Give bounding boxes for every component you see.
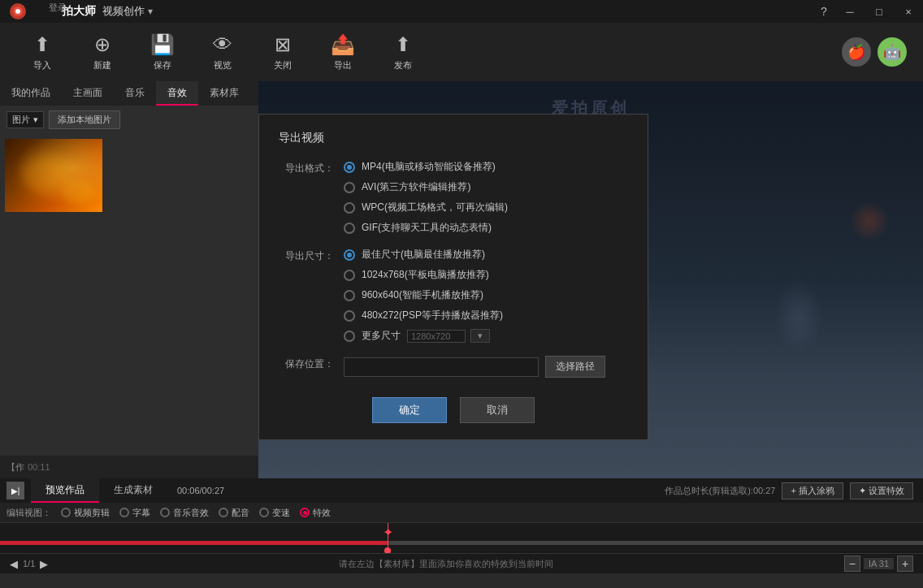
browse-button[interactable]: 选择路径 xyxy=(545,356,605,378)
radio-size-best[interactable] xyxy=(344,249,355,261)
mode-video-edit-label: 视频剪辑 xyxy=(74,507,110,519)
radio-dubbing[interactable] xyxy=(219,508,228,517)
play-button[interactable]: ▶| xyxy=(6,482,24,499)
duration-label: 作品总时长(剪辑选取):00:27 xyxy=(665,485,776,497)
work-time: 00:11 xyxy=(28,462,50,472)
tab-sound-effects[interactable]: 音效 xyxy=(156,81,198,106)
size-best-label: 最佳尺寸(电脑最佳播放推荐) xyxy=(362,248,485,262)
dropdown-arrow-icon[interactable]: ▾ xyxy=(148,6,153,17)
save-button[interactable]: 💾 保存 xyxy=(136,28,188,76)
new-icon: ⊕ xyxy=(94,33,110,56)
mode-effects[interactable]: 特效 xyxy=(300,507,331,519)
size-section: 导出尺寸： 最佳尺寸(电脑最佳播放推荐) 1024x768(平板电脑播放推荐) xyxy=(279,248,628,343)
timeline-track xyxy=(0,541,923,545)
format-wpc[interactable]: WPC(视频工场格式，可再次编辑) xyxy=(344,201,508,214)
edit-mode-label: 编辑视图： xyxy=(6,507,51,519)
export-icon: 📤 xyxy=(331,33,355,56)
size-best[interactable]: 最佳尺寸(电脑最佳播放推荐) xyxy=(344,248,503,262)
apple-platform-button[interactable]: 🍎 xyxy=(842,37,871,67)
android-platform-button[interactable]: 🤖 xyxy=(878,37,907,67)
tab-main-screen[interactable]: 主画面 xyxy=(62,81,114,106)
size-more[interactable]: 更多尺寸 ▾ xyxy=(344,329,503,343)
radio-mp4[interactable] xyxy=(344,162,355,173)
radio-avi[interactable] xyxy=(344,182,355,193)
page-prev-button[interactable]: ◀ xyxy=(10,558,18,570)
size-1024[interactable]: 1024x768(平板电脑播放推荐) xyxy=(344,268,503,282)
edit-mode-bar: 编辑视图： 视频剪辑 字幕 音乐音效 配音 变速 特效 xyxy=(0,503,923,522)
zoom-out-button[interactable]: − xyxy=(844,556,860,572)
time-display: 00:06 / 00:27 xyxy=(167,486,234,495)
radio-subtitle[interactable] xyxy=(119,508,129,517)
mode-video-edit[interactable]: 视频剪辑 xyxy=(61,507,110,519)
timeline-bar[interactable]: ✦ xyxy=(0,522,923,553)
preview-area: 爱拍原创 导出视频 导出格式： MP4(电脑或移动智能设备推荐) xyxy=(258,81,923,478)
login-link[interactable]: 登录 xyxy=(49,2,67,14)
help-button[interactable]: ? xyxy=(812,0,835,23)
radio-music[interactable] xyxy=(160,508,170,517)
type-select[interactable]: 图片 ▾ xyxy=(6,111,44,128)
tab-music[interactable]: 音乐 xyxy=(114,81,156,106)
size-dropdown-icon[interactable]: ▾ xyxy=(470,329,490,343)
tab-generate-assets[interactable]: 生成素材 xyxy=(99,478,167,503)
export-button[interactable]: 📤 导出 xyxy=(317,28,369,76)
format-avi[interactable]: AVI(第三方软件编辑推荐) xyxy=(344,180,508,194)
import-button[interactable]: ⬆ 导入 xyxy=(16,28,68,76)
toolbar-close-button[interactable]: ⊠ 关闭 xyxy=(257,28,309,76)
format-mp4[interactable]: MP4(电脑或移动智能设备推荐) xyxy=(344,160,508,174)
size-960-label: 960x640(智能手机播放推荐) xyxy=(362,288,483,302)
right-toolbar-actions: 作品总时长(剪辑选取):00:27 + 插入涂鸦 ✦ 设置特效 xyxy=(665,482,923,499)
radio-speed[interactable] xyxy=(259,508,269,517)
left-panel-content xyxy=(0,134,258,456)
radio-gif[interactable] xyxy=(344,223,355,234)
publish-label: 发布 xyxy=(394,59,412,71)
timeline-playhead[interactable] xyxy=(384,547,391,553)
format-mp4-label: MP4(电脑或移动智能设备推荐) xyxy=(362,160,496,174)
minimize-button[interactable]: ─ xyxy=(835,0,864,23)
radio-effects[interactable] xyxy=(300,508,310,517)
tab-assets[interactable]: 素材库 xyxy=(198,81,250,106)
radio-size-more[interactable] xyxy=(344,331,355,342)
radio-size-960[interactable] xyxy=(344,290,355,301)
size-480[interactable]: 480x272(PSP等手持播放器推荐) xyxy=(344,309,503,322)
left-panel-footer: 【作 00:11 xyxy=(0,456,258,478)
publish-icon: ⬆ xyxy=(395,33,411,56)
path-input[interactable] xyxy=(344,357,539,377)
set-effect-button[interactable]: ✦ 设置特效 xyxy=(850,482,913,499)
preview-label: 视览 xyxy=(214,59,232,71)
mode-effects-label: 特效 xyxy=(313,507,331,519)
zoom-in-button[interactable]: + xyxy=(897,556,913,572)
mode-music[interactable]: 音乐音效 xyxy=(160,507,209,519)
mode-speed[interactable]: 变速 xyxy=(259,507,290,519)
page-nav: ◀ 1/1 ▶ xyxy=(10,558,48,570)
format-gif[interactable]: GIF(支持聊天工具的动态表情) xyxy=(344,221,508,235)
thumbnail-item[interactable] xyxy=(5,139,102,212)
mode-dubbing[interactable]: 配音 xyxy=(219,507,249,519)
radio-wpc[interactable] xyxy=(344,202,355,214)
left-panel: 我的作品 主画面 音乐 音效 素材库 图片 ▾ 添加本地图片 【作 00:11 xyxy=(0,81,258,478)
page-next-button[interactable]: ▶ xyxy=(40,558,48,570)
save-path-section: 保存位置： 选择路径 xyxy=(279,356,628,378)
publish-button[interactable]: ⬆ 发布 xyxy=(377,28,429,76)
new-button[interactable]: ⊕ 新建 xyxy=(76,28,128,76)
radio-size-1024[interactable] xyxy=(344,270,355,281)
tab-my-works[interactable]: 我的作品 xyxy=(0,81,62,106)
dialog-cancel-button[interactable]: 取消 xyxy=(460,397,535,423)
svg-point-2 xyxy=(15,9,20,14)
preview-button[interactable]: 👁 视览 xyxy=(197,28,249,76)
dialog-ok-button[interactable]: 确定 xyxy=(372,397,447,423)
radio-video-edit[interactable] xyxy=(61,508,71,517)
format-section: 导出格式： MP4(电脑或移动智能设备推荐) AVI(第三方软件编辑推荐) xyxy=(279,160,628,235)
mode-subtitle[interactable]: 字幕 xyxy=(119,507,150,519)
bottom-hint-text: 请在左边【素材库】里面添加你喜欢的特效到当前时间 xyxy=(339,558,553,570)
size-custom-input[interactable] xyxy=(407,330,466,343)
tab-preview-work[interactable]: 预览作品 xyxy=(31,478,99,503)
insert-effect-button[interactable]: + 插入涂鸦 xyxy=(782,482,843,499)
titlebar: 登录 拍大师 视频创作 ▾ ? ─ □ × xyxy=(0,0,923,23)
format-label: 导出格式： xyxy=(279,160,344,175)
format-gif-label: GIF(支持聊天工具的动态表情) xyxy=(362,221,492,235)
maximize-button[interactable]: □ xyxy=(864,0,894,23)
radio-size-480[interactable] xyxy=(344,310,355,322)
close-button[interactable]: × xyxy=(894,0,923,23)
add-local-button[interactable]: 添加本地图片 xyxy=(49,110,120,129)
size-960[interactable]: 960x640(智能手机播放推荐) xyxy=(344,288,503,302)
